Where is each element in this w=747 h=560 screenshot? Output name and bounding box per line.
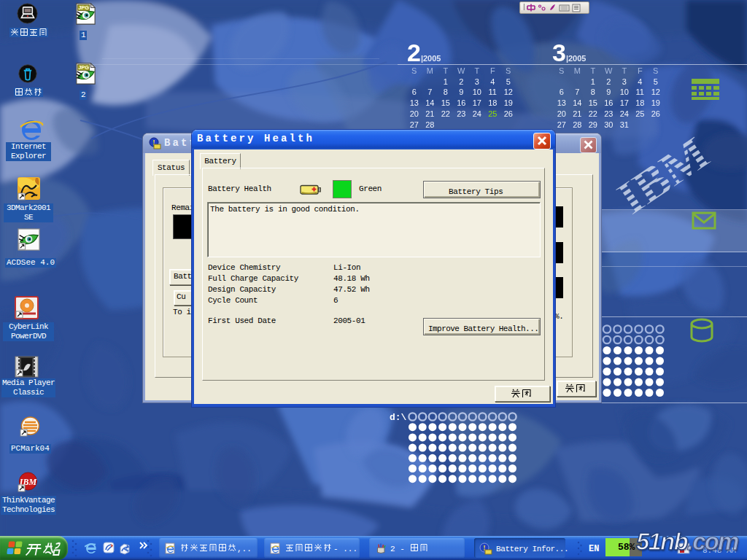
svg-text:,...: ,... [237,545,253,553]
svg-text:- ...: - ... [333,545,357,553]
svg-text:JPG: JPG [78,4,89,11]
svg-text:JPG: JPG [78,64,89,71]
svg-text:d:\: d:\ [390,412,407,423]
